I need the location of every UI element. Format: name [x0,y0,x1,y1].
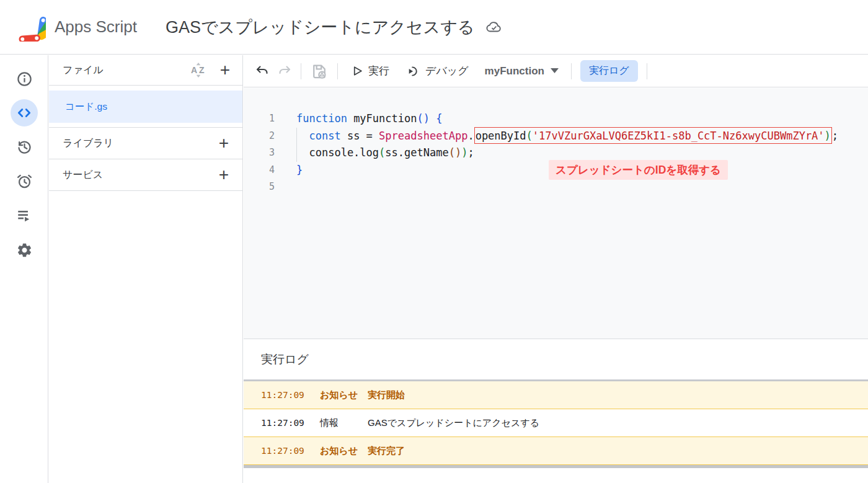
code-line-1: 1 function myFunction() { [244,110,868,128]
files-panel: ファイル A Z + コード.gs ライブラリ + サービス + [49,55,243,483]
execution-log-title: 実行ログ [244,339,868,379]
highlight-box: openById('17vVZurGXaLVQ6EZ5kI1-s8b_CcT-N… [474,127,832,144]
project-history-icon[interactable] [11,133,38,161]
chevron-down-icon [551,68,559,74]
code-line-3: 3 console.log(ss.getName()); [244,144,868,162]
apps-script-logo-icon [17,13,46,42]
app-name: Apps Script [55,17,137,37]
add-file-plus-icon[interactable]: + [220,61,230,79]
log-type: お知らせ [320,445,368,457]
file-item-code-gs[interactable]: コード.gs [49,91,242,123]
az-sort-icon[interactable]: A Z [189,61,208,79]
log-type: 情報 [320,417,368,429]
log-row: 11:27:09 お知らせ 実行完了 [244,437,868,465]
log-time: 11:27:09 [261,446,320,456]
run-label: 実行 [368,64,389,78]
line-number: 1 [244,110,275,128]
debug-label: デバッグ [425,64,469,78]
overview-info-icon[interactable] [11,65,38,92]
files-panel-title: ファイル [63,64,104,77]
project-title[interactable]: GASでスプレッドシートにアクセスする [166,16,475,38]
log-message: GASでスプレッドシートにアクセスする [368,417,868,429]
line-number: 5 [244,179,275,196]
run-button[interactable]: 実行 [352,64,389,78]
triggers-alarm-clock-icon[interactable] [11,167,38,195]
log-row: 11:27:09 お知らせ 実行開始 [244,381,868,409]
executions-list-icon[interactable] [11,202,38,229]
log-time: 11:27:09 [261,418,320,428]
app-header: Apps Script GASでスプレッドシートにアクセスする [0,0,868,55]
svg-text:Z: Z [199,65,205,75]
file-item-label: コード.gs [65,100,107,113]
code-lines: 1 function myFunction() { 2 const ss = S… [244,110,868,196]
editor-code-icon[interactable] [11,99,38,126]
add-service-plus-icon[interactable]: + [219,166,229,184]
svg-text:A: A [191,65,197,75]
add-library-plus-icon[interactable]: + [219,135,229,152]
line-number: 2 [244,128,275,145]
execution-log-panel: 実行ログ 11:27:09 お知らせ 実行開始 11:27:09 情報 GASで… [244,339,868,483]
code-editor[interactable]: 1 function myFunction() { 2 const ss = S… [244,88,868,339]
run-play-icon [352,65,363,77]
cloud-done-icon [485,19,502,35]
toolbar-divider [337,63,338,79]
services-section: サービス + [49,159,242,191]
function-selector-value: myFunction [485,65,544,78]
log-message: 実行完了 [368,445,868,457]
toolbar-divider [647,63,647,79]
log-type: お知らせ [320,389,368,401]
line-number: 3 [244,144,275,162]
toolbar-divider [571,63,572,79]
debug-button[interactable]: デバッグ [407,64,469,78]
undo-icon[interactable] [255,64,270,79]
editor-toolbar: 実行 デバッグ myFunction 実行ログ [244,55,868,87]
line-number: 4 [244,162,275,179]
log-message: 実行開始 [368,389,868,401]
toolbar-divider [301,63,301,79]
log-time: 11:27:09 [261,390,320,400]
libraries-label: ライブラリ [63,137,113,150]
red-annotation-label: スプレッドシートのIDを取得する [549,160,728,180]
execution-log-button[interactable]: 実行ログ [580,60,638,82]
redo-icon [277,64,292,79]
debug-icon [407,64,420,78]
save-project-icon [310,62,329,81]
services-label: サービス [63,169,103,182]
libraries-section: ライブラリ + [49,128,242,159]
settings-gear-icon[interactable] [11,236,38,264]
left-navigation-rail [0,55,48,483]
code-line-5: 5 [244,179,868,196]
files-panel-header: ファイル A Z + [49,55,242,86]
log-row: 11:27:09 情報 GASでスプレッドシートにアクセスする [244,409,868,437]
execution-log-rows: 11:27:09 お知らせ 実行開始 11:27:09 情報 GASでスプレッド… [244,379,868,468]
function-selector-dropdown[interactable]: myFunction [485,65,559,78]
code-line-2: 2 const ss = SpreadsheetApp.openById('17… [244,128,868,145]
